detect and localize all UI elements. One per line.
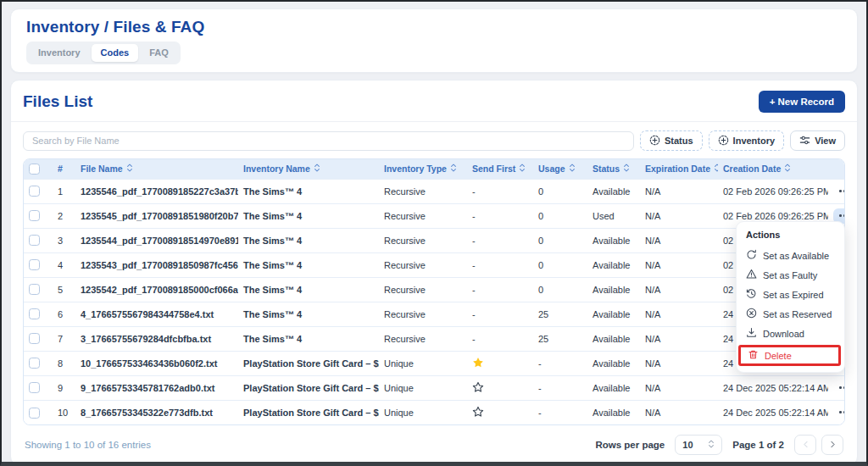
send-first-cell: -: [467, 252, 533, 277]
table-row: 51235542_pdf_1770089185000cf066ab5.pdfTh…: [24, 277, 845, 302]
menu-item-delete[interactable]: Delete: [741, 347, 838, 363]
row-checkbox[interactable]: [29, 408, 40, 419]
inventory-filter-label: Inventory: [733, 136, 776, 146]
history-icon: [746, 288, 757, 301]
inventory-type-cell: Recursive: [379, 252, 467, 277]
page-indicator: Page 1 of 2: [732, 440, 784, 450]
status-cell: Available: [587, 277, 640, 302]
table-row: 21235545_pdf_17700891851980f20b736.pdfTh…: [24, 203, 845, 228]
actions-column-header: [828, 159, 845, 179]
status-cell: Available: [587, 326, 640, 351]
menu-item-download[interactable]: Download: [737, 324, 844, 343]
column-header-file-name[interactable]: File Name: [75, 159, 238, 179]
prev-page-button[interactable]: [794, 435, 816, 455]
warning-icon: [746, 269, 757, 281]
reserved-icon: [746, 308, 757, 320]
rows-per-page-select[interactable]: 10: [675, 435, 722, 455]
expiration-date-cell: N/A: [640, 375, 718, 400]
send-first-cell: [467, 351, 533, 375]
table-row: 64_1766575567984344758e4.txtThe Sims™ 4R…: [24, 302, 845, 326]
star-outline-icon[interactable]: [472, 385, 484, 395]
file-name-cell: 1235542_pdf_1770089185000cf066ab5.pdf: [75, 277, 238, 302]
sort-icon[interactable]: [519, 164, 526, 174]
select-all-checkbox[interactable]: [29, 164, 40, 175]
inventory-type-cell: Recursive: [379, 302, 467, 326]
status-filter-label: Status: [665, 136, 693, 146]
column-header-usage[interactable]: Usage: [533, 159, 587, 179]
file-name-cell: 4_1766575567984344758e4.txt: [75, 302, 238, 326]
inventory-type-cell: Unique: [379, 351, 467, 375]
column-header-inventory-name[interactable]: Inventory Name: [238, 159, 379, 179]
row-checkbox[interactable]: [29, 333, 40, 344]
inventory-name-cell: The Sims™ 4: [238, 203, 379, 228]
menu-item-set-as-faulty[interactable]: Set as Faulty: [737, 265, 844, 285]
column-header-inventory-type[interactable]: Inventory Type: [379, 159, 467, 179]
row-checkbox[interactable]: [29, 382, 40, 393]
table-footer: Showing 1 to 10 of 16 entries Rows per p…: [23, 425, 845, 457]
sort-icon[interactable]: [623, 164, 630, 174]
row-actions-button[interactable]: [833, 184, 845, 199]
menu-item-set-as-available[interactable]: Set as Available: [737, 246, 844, 265]
usage-cell: -: [533, 351, 587, 375]
row-checkbox[interactable]: [29, 358, 40, 369]
column-header-creation-date[interactable]: Creation Date: [718, 159, 828, 179]
status-filter-button[interactable]: Status: [640, 130, 703, 151]
send-first-cell: -: [467, 228, 533, 252]
usage-cell: 0: [533, 252, 587, 277]
plus-circle-icon: [649, 135, 660, 147]
column-header-status[interactable]: Status: [587, 159, 640, 179]
sort-icon[interactable]: [714, 164, 718, 174]
column-header-send-first[interactable]: Send First: [467, 159, 533, 179]
expiration-date-cell: N/A: [640, 277, 718, 302]
expiration-date-cell: N/A: [640, 400, 718, 424]
inventory-name-cell: The Sims™ 4: [238, 302, 379, 326]
table-row: 108_17665753345322e773dfb.txtPlayStation…: [24, 400, 845, 424]
row-checkbox[interactable]: [29, 284, 40, 295]
star-outline-icon[interactable]: [472, 409, 484, 419]
row-actions-button[interactable]: [833, 405, 845, 420]
status-cell: Available: [587, 252, 640, 277]
star-filled-icon[interactable]: [472, 360, 484, 370]
file-name-cell: 9_17665753345781762adb0.txt: [75, 375, 238, 400]
file-name-cell: 1235544_pdf_177008918514970e891fc.pdf: [75, 228, 238, 252]
send-first-cell: [467, 375, 533, 400]
file-name-cell: 10_176657533463436b060f2.txt: [75, 351, 238, 375]
menu-item-set-as-expired[interactable]: Set as Expired: [737, 285, 844, 304]
sort-icon[interactable]: [450, 164, 457, 174]
row-checkbox[interactable]: [29, 235, 40, 246]
status-cell: Available: [587, 400, 640, 424]
search-input[interactable]: [23, 131, 634, 151]
sort-icon[interactable]: [126, 164, 133, 174]
inventory-name-cell: The Sims™ 4: [238, 228, 379, 252]
inventory-filter-button[interactable]: Inventory: [709, 130, 785, 151]
inventory-type-cell: Recursive: [379, 277, 467, 302]
usage-cell: 25: [533, 326, 587, 351]
chevron-right-icon: [828, 439, 837, 452]
tab-codes[interactable]: Codes: [92, 44, 139, 62]
inventory-type-cell: Unique: [379, 400, 467, 424]
tab-inventory[interactable]: Inventory: [29, 44, 90, 62]
row-checkbox[interactable]: [29, 308, 40, 319]
inventory-type-cell: Recursive: [379, 179, 467, 203]
row-actions-button[interactable]: [833, 380, 845, 396]
expiration-date-cell: N/A: [640, 302, 718, 326]
menu-item-set-as-reserved[interactable]: Set as Reserved: [737, 304, 844, 324]
status-cell: Available: [587, 228, 640, 252]
row-checkbox[interactable]: [29, 259, 40, 270]
usage-cell: -: [533, 375, 587, 400]
tab-bar: Inventory Codes FAQ: [26, 42, 181, 64]
column-header-expiration-date[interactable]: Expiration Date: [640, 159, 718, 179]
entries-summary: Showing 1 to 10 of 16 entries: [25, 440, 151, 450]
row-checkbox[interactable]: [29, 186, 40, 197]
sort-icon[interactable]: [569, 164, 576, 174]
toolbar: Status Inventory View: [23, 130, 845, 151]
tab-faq[interactable]: FAQ: [140, 44, 178, 62]
sort-icon[interactable]: [784, 164, 791, 174]
row-checkbox[interactable]: [29, 210, 40, 221]
next-page-button[interactable]: [821, 435, 843, 455]
view-button[interactable]: View: [790, 130, 845, 151]
inventory-name-cell: PlayStation Store Gift Card – $25 (US): [238, 351, 379, 375]
sort-icon[interactable]: [314, 164, 320, 174]
new-record-button[interactable]: + New Record: [759, 91, 845, 113]
table-row: 73_17665755679284dfcbfba.txtThe Sims™ 4R…: [24, 326, 845, 351]
